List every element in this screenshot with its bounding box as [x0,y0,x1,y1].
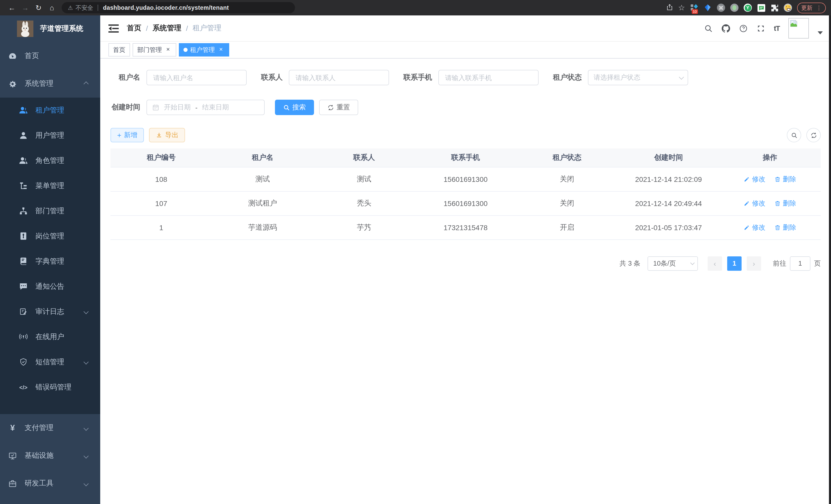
security-label[interactable]: 不安全 [76,4,93,11]
sidebar-item-error-code-management[interactable]: </> 错误码管理 [0,375,100,400]
sidebar-item-dept-management[interactable]: 部门管理 [0,198,100,224]
close-icon[interactable]: × [165,46,172,53]
search-icon [791,132,797,139]
avatar-dropdown-caret-icon[interactable] [818,31,823,34]
user-avatar[interactable] [789,18,809,38]
goto-page-input[interactable] [790,256,810,270]
browser-reload-icon[interactable]: ↻ [32,0,45,16]
user-icon [19,131,28,140]
filter-label: 租户状态 [553,73,582,82]
share-icon[interactable] [666,3,673,12]
delete-link[interactable]: 删除 [774,223,796,232]
table-header-row: 租户编号 租户名 联系人 联系手机 租户状态 创建时间 操作 [111,148,821,167]
start-date-placeholder[interactable]: 开始日期 [164,103,191,112]
recorder-extension-icon[interactable] [730,4,739,12]
filter-label: 联系人 [261,73,283,82]
sidebar-item-user-management[interactable]: 用户管理 [0,123,100,148]
github-icon[interactable] [721,24,730,33]
filter-tenant-name: 租户名 [111,70,247,85]
sidebar-item-infrastructure[interactable]: 基础设施 [0,442,100,470]
delete-link[interactable]: 删除 [774,199,796,208]
tab-home[interactable]: 首页 [109,43,130,57]
chat-extension-icon[interactable] [757,4,765,12]
command-extension-icon[interactable]: ⌘ [717,4,725,12]
tab-dept-management[interactable]: 部门管理 × [133,43,176,57]
cell-status: 关闭 [516,191,618,215]
sidebar-item-notice[interactable]: 通知公告 [0,274,100,299]
browser-back-icon[interactable]: ← [5,0,19,16]
edit-label: 修改 [752,199,766,208]
mobile-input[interactable] [438,70,539,85]
kite-extension-icon[interactable] [704,4,712,12]
browser-menu-icon[interactable]: ⋮ [816,4,822,11]
breadcrumb-home[interactable]: 首页 [127,24,141,33]
current-page-button[interactable]: 1 [727,256,742,270]
help-icon[interactable] [739,24,748,33]
reset-button-label: 重置 [337,103,350,112]
prev-page-button[interactable]: ‹ [708,256,722,270]
sidebar-item-dev-tools[interactable]: 研发工具 [0,470,100,497]
chevron-down-icon [679,74,684,79]
sidebar-logo[interactable]: 芋道管理系统 [0,16,100,42]
toggle-search-button[interactable] [787,128,801,142]
sidebar-item-system-management[interactable]: 系统管理 [0,70,100,98]
profile-avatar-icon[interactable] [784,4,792,12]
reset-button[interactable]: 重置 [319,100,358,115]
broken-image-icon [790,20,798,27]
sidebar-item-online-users[interactable]: 在线用户 [0,324,100,349]
sidebar-item-label: 岗位管理 [35,232,64,241]
y-extension-icon[interactable]: Y [744,4,752,12]
sidebar-item-post-management[interactable]: 岗位管理 [0,224,100,249]
add-button-label: 新增 [124,130,137,140]
edit-link[interactable]: 修改 [744,223,766,232]
filter-label: 联系手机 [403,73,432,82]
sidebar-item-tenant-management[interactable]: 租户管理 [0,98,100,123]
extension-tiles-icon[interactable]: 10 [690,4,698,12]
next-page-button[interactable]: › [747,256,761,270]
pagination: 共 3 条 10条/页 ‹ 1 › 前往 页 [111,256,821,270]
puzzle-extensions-icon[interactable] [770,4,779,12]
export-button[interactable]: 导出 [149,128,185,142]
sidebar-item-audit-log[interactable]: 审计日志 [0,299,100,324]
select-placeholder: 请选择租户状态 [594,73,640,82]
edit-link[interactable]: 修改 [744,174,766,184]
delete-link[interactable]: 删除 [774,174,796,184]
font-size-icon[interactable]: tT [774,24,780,32]
cell-status: 开启 [516,215,618,239]
browser-home-icon[interactable]: ⌂ [45,0,59,16]
cell-contact: 秃头 [314,191,415,215]
tenant-status-select[interactable]: 请选择租户状态 [588,70,688,85]
breadcrumb-system[interactable]: 系统管理 [153,24,181,33]
total-count: 共 3 条 [620,259,640,268]
sidebar-item-home[interactable]: 首页 [0,42,100,70]
sidebar-item-sms-management[interactable]: 短信管理 [0,349,100,375]
add-button[interactable]: + 新增 [111,128,144,142]
navbar-actions: tT [704,18,823,38]
page-size-select[interactable]: 10条/页 [648,256,698,270]
url-text[interactable]: dashboard.yudao.iocoder.cn/system/tenant [103,5,229,11]
tags-view-bar: 首页 部门管理 × 租户管理 × [100,41,831,59]
date-range-picker[interactable]: 开始日期 - 结束日期 [146,100,265,115]
sidebar-item-pay-management[interactable]: ¥ 支付管理 [0,414,100,442]
close-icon[interactable]: × [218,46,225,53]
address-bar[interactable]: ⚠ 不安全 dashboard.yudao.iocoder.cn/system/… [62,2,295,13]
search-icon[interactable] [704,24,713,33]
column-header-name: 租户名 [212,148,314,167]
sidebar-item-dict-management[interactable]: 字典管理 [0,249,100,274]
tenant-name-input[interactable] [146,70,247,85]
edit-link[interactable]: 修改 [744,199,766,208]
refresh-table-button[interactable] [806,128,821,142]
sidebar-collapse-icon[interactable] [109,24,119,33]
sidebar-item-menu-management[interactable]: 菜单管理 [0,173,100,198]
search-button[interactable]: 搜索 [275,100,314,115]
trash-icon [774,224,781,230]
fullscreen-icon[interactable] [756,24,765,33]
browser-forward-icon[interactable]: → [19,0,32,16]
end-date-placeholder[interactable]: 结束日期 [202,103,229,112]
sidebar-item-role-management[interactable]: 角色管理 [0,148,100,173]
bookmark-star-icon[interactable]: ☆ [678,3,685,12]
tab-tenant-management[interactable]: 租户管理 × [179,43,229,57]
contact-input[interactable] [289,70,389,85]
cell-contact: 测试 [314,167,415,191]
chrome-update-button[interactable]: 更新 ⋮ [797,2,826,13]
